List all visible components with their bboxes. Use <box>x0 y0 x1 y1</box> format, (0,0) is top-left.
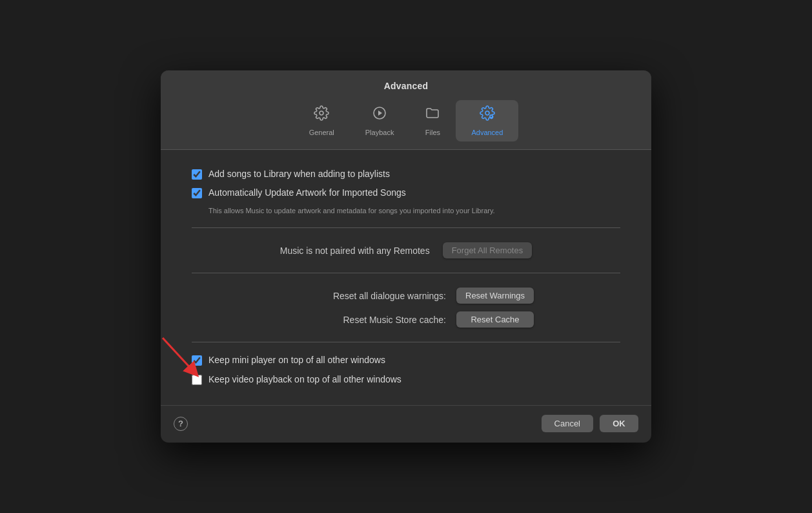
add-songs-row: Add songs to Library when adding to play… <box>192 168 620 181</box>
tab-advanced-label: Advanced <box>471 129 503 136</box>
files-icon <box>425 105 440 125</box>
auto-artwork-row: Automatically Update Artwork for Importe… <box>192 187 620 200</box>
remotes-label: Music is not paired with any Remotes <box>280 246 430 256</box>
preferences-dialog: Advanced General <box>161 70 651 443</box>
tab-playback-label: Playback <box>365 129 394 136</box>
footer-buttons: Cancel OK <box>542 415 638 432</box>
content-area: Add songs to Library when adding to play… <box>161 150 651 406</box>
auto-artwork-sublabel: This allows Music to update artwork and … <box>208 206 620 216</box>
reset-cache-row: Reset Music Store cache: Reset Cache <box>278 311 534 328</box>
reset-warnings-button[interactable]: Reset Warnings <box>456 288 534 304</box>
reset-warnings-label: Reset all dialogue warnings: <box>278 291 446 301</box>
toolbar: Advanced General <box>161 70 651 150</box>
help-button[interactable]: ? <box>174 417 188 431</box>
reset-cache-button[interactable]: Reset Cache <box>456 311 534 328</box>
keep-video-label[interactable]: Keep video playback on top of all other … <box>208 373 401 386</box>
tab-files[interactable]: Files <box>409 100 456 141</box>
mini-player-container: Keep mini player on top of all other win… <box>192 354 620 367</box>
tab-general-label: General <box>309 129 334 136</box>
tabs-bar: General Playback File <box>294 100 519 141</box>
divider-1 <box>192 227 620 228</box>
svg-line-5 <box>163 338 194 372</box>
dialog-title: Advanced <box>384 81 429 91</box>
keep-mini-player-row: Keep mini player on top of all other win… <box>192 354 620 367</box>
add-songs-checkbox[interactable] <box>192 169 202 180</box>
reset-warnings-row: Reset all dialogue warnings: Reset Warni… <box>278 288 534 304</box>
advanced-icon <box>480 105 495 125</box>
divider-3 <box>192 342 620 342</box>
reset-cache-label: Reset Music Store cache: <box>278 315 446 325</box>
cancel-button[interactable]: Cancel <box>542 415 593 432</box>
svg-point-3 <box>485 111 489 115</box>
svg-marker-2 <box>378 110 382 116</box>
keep-video-checkbox[interactable] <box>192 375 202 385</box>
svg-point-0 <box>320 111 323 115</box>
reset-section: Reset all dialogue warnings: Reset Warni… <box>192 285 620 330</box>
tab-playback[interactable]: Playback <box>350 100 410 141</box>
divider-2 <box>192 273 620 273</box>
keep-mini-player-label[interactable]: Keep mini player on top of all other win… <box>208 354 385 367</box>
ok-button[interactable]: OK <box>600 415 638 432</box>
general-icon <box>314 105 329 125</box>
footer: ? Cancel OK <box>161 405 651 443</box>
keep-mini-player-checkbox[interactable] <box>192 355 202 366</box>
remotes-row: Music is not paired with any Remotes For… <box>192 240 620 261</box>
add-songs-label[interactable]: Add songs to Library when adding to play… <box>208 168 390 181</box>
tab-general[interactable]: General <box>294 100 350 141</box>
auto-artwork-label[interactable]: Automatically Update Artwork for Importe… <box>208 187 406 200</box>
auto-artwork-checkbox[interactable] <box>192 188 202 198</box>
playback-icon <box>372 105 387 125</box>
keep-video-row: Keep video playback on top of all other … <box>192 373 620 386</box>
tab-advanced[interactable]: Advanced <box>456 100 518 141</box>
tab-files-label: Files <box>425 129 440 136</box>
forget-remotes-button[interactable]: Forget All Remotes <box>443 242 533 258</box>
